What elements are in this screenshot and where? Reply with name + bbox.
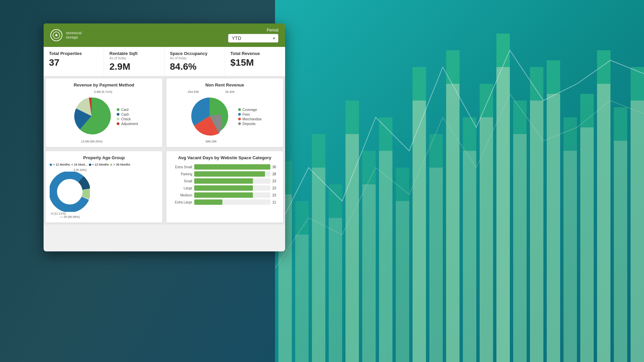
svg-rect-38 xyxy=(547,94,560,362)
avg-vacant-title: Avg Vacant Days by Website Space Categor… xyxy=(170,155,279,160)
legend-label-36mo: > 36 Months xyxy=(113,163,130,166)
stat-value-0: 37 xyxy=(49,57,98,68)
bar-chart: Extra Small 30 Parking 28 Small xyxy=(170,163,279,206)
bar-row-medium: Medium 23 xyxy=(170,192,279,198)
non-rent-title: Non Rent Revenue xyxy=(170,82,279,87)
svg-rect-27 xyxy=(362,184,376,362)
svg-rect-43 xyxy=(631,101,644,362)
bar-label-parking: Parking xyxy=(170,172,192,176)
age-label-bottom: — 29 (80.56%) xyxy=(60,215,80,219)
avg-vacant-panel: Avg Vacant Days by Website Space Categor… xyxy=(166,151,283,223)
bar-row-parking: Parking 28 xyxy=(170,171,279,177)
bar-fill-parking xyxy=(194,171,265,177)
bg-chart-svg xyxy=(275,0,644,362)
svg-rect-35 xyxy=(496,67,510,362)
donut-container: 3 (8.33%) 4 (11.11%) xyxy=(50,168,158,219)
stat-label-3: Total Revenue xyxy=(230,51,280,56)
legend-item-check: Check xyxy=(117,117,138,121)
bar-value-small: 23 xyxy=(272,179,279,183)
bar-value-medium: 23 xyxy=(272,193,279,197)
legend-item-card: Card xyxy=(117,108,138,112)
bar-track-small xyxy=(194,178,270,184)
bar-fill-small xyxy=(194,178,253,184)
stat-total-revenue: Total Revenue $15M xyxy=(225,47,285,76)
non-rent-label-left: 254.53K xyxy=(188,90,199,94)
legend-dot-merchandise xyxy=(238,118,241,120)
legend-dot-card xyxy=(117,108,119,111)
bar-row-small: Small 23 xyxy=(170,178,279,184)
legend-dot-fees xyxy=(238,113,241,116)
legend-dot-lt12 xyxy=(89,164,91,166)
bar-label-medium: Medium xyxy=(170,193,192,197)
stat-space-occupancy: Space Occupancy As of today 84.6% xyxy=(165,47,225,76)
legend-item-cash: Cash xyxy=(117,113,138,116)
bar-label-extra-large: Extra Large xyxy=(170,200,192,204)
stat-total-properties: Total Properties 37 xyxy=(44,47,104,76)
svg-rect-39 xyxy=(564,151,577,362)
legend-item-deposits: Deposits xyxy=(238,122,262,126)
bar-value-large: 23 xyxy=(272,186,279,190)
bar-value-parking: 28 xyxy=(272,172,279,176)
svg-rect-41 xyxy=(597,84,610,362)
legend-dot-coverage xyxy=(238,108,241,111)
legend-label-adjustment: Adjustment xyxy=(121,122,138,126)
bar-row-extra-large: Extra Large 11 xyxy=(170,199,279,205)
legend-label-check: Check xyxy=(121,117,130,121)
legend-label-cash: Cash xyxy=(121,113,129,116)
stat-rentable-sqft: Rentable Sqft As of today 2.9M xyxy=(104,47,164,76)
dashboard-card: storelocal storage Period YTD MTD Last M… xyxy=(44,23,285,251)
bar-track-parking xyxy=(194,171,270,177)
legend-dot-deposits xyxy=(238,122,241,125)
stat-label-0: Total Properties xyxy=(49,51,98,56)
property-age-panel: Property Age Group > 12 Months, < 24 Mon… xyxy=(46,151,162,223)
legend-label-card: Card xyxy=(121,108,128,112)
legend-item-36mo: > 36 Months xyxy=(110,163,130,166)
legend-label-coverage: Coverage xyxy=(243,108,257,112)
bar-label-extra-small: Extra Small xyxy=(170,165,192,169)
svg-rect-31 xyxy=(429,168,443,362)
svg-rect-40 xyxy=(580,127,594,362)
bar-track-large xyxy=(194,185,270,191)
legend-item-merchandise: Merchandise xyxy=(238,117,262,121)
legend-item-lt12: < 12 Months xyxy=(89,163,109,166)
logo-area: storelocal storage xyxy=(50,29,82,41)
period-select-wrapper[interactable]: YTD MTD Last Month Last Year xyxy=(228,34,278,43)
card-header: storelocal storage Period YTD MTD Last M… xyxy=(44,23,285,47)
logo-name: storelocal xyxy=(66,31,82,35)
svg-rect-23 xyxy=(295,235,309,362)
stat-label-2: Space Occupancy xyxy=(170,51,219,56)
stat-label-1: Rentable Sqft xyxy=(109,51,159,56)
bar-label-small: Small xyxy=(170,179,192,183)
non-rent-revenue-panel: Non Rent Revenue 254.53K 25.42K xyxy=(166,78,283,147)
legend-label-12mo: > 12 Months, < 24 Mont... xyxy=(53,163,88,166)
legend-label-merchandise: Merchandise xyxy=(243,117,262,121)
bar-label-large: Large xyxy=(170,186,192,190)
revenue-by-payment-panel: Revenue by Payment Method 0.9M (5.71%) xyxy=(46,78,162,147)
bar-fill-extra-small xyxy=(194,164,270,170)
legend-item-adjustment: Adjustment xyxy=(117,122,138,126)
period-select[interactable]: YTD MTD Last Month Last Year xyxy=(228,34,278,43)
legend-dot-cash xyxy=(117,113,119,116)
stats-row: Total Properties 37 Rentable Sqft As of … xyxy=(44,47,285,76)
revenue-legend: Card Cash Check Adjustment xyxy=(117,108,138,126)
bar-value-extra-small: 30 xyxy=(272,165,279,169)
revenue-pie-chart xyxy=(70,94,113,138)
bar-fill-extra-large xyxy=(194,199,222,205)
revenue-by-payment-title: Revenue by Payment Method xyxy=(50,82,158,87)
age-label-left: 4 (11.11%) xyxy=(51,212,66,215)
non-rent-pie-chart xyxy=(188,94,231,138)
stat-sublabel-2: As of today xyxy=(170,56,219,60)
legend-label-lt12: < 12 Months xyxy=(92,163,109,166)
svg-rect-28 xyxy=(379,151,392,362)
logo-sub: storage xyxy=(66,35,82,40)
bar-value-extra-large: 11 xyxy=(272,200,279,204)
stat-sublabel-1: As of today xyxy=(109,56,159,60)
logo-text: storelocal storage xyxy=(66,31,82,40)
svg-rect-36 xyxy=(513,134,527,362)
bar-track-extra-small xyxy=(194,164,270,170)
svg-rect-37 xyxy=(530,101,543,362)
legend-item-fees: Fees xyxy=(238,113,262,116)
svg-point-45 xyxy=(55,34,57,36)
legend-item-12mo: > 12 Months, < 24 Mont... xyxy=(50,163,88,166)
non-rent-label-bottom: 689.28K xyxy=(206,140,217,143)
